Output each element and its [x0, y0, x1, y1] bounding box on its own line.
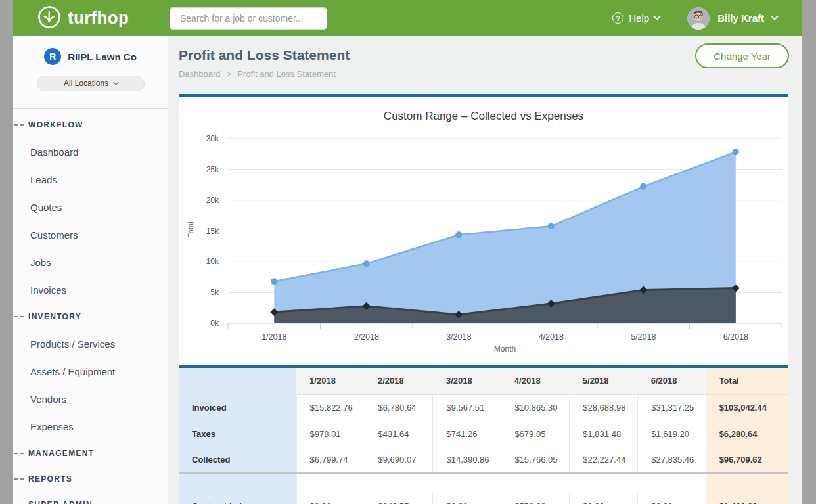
- cell: $558.68: [501, 493, 570, 504]
- sidebar-item-quotes[interactable]: Quotes: [13, 193, 168, 221]
- table-header-row: 1/2018 2/2018 3/2018 4/2018 5/2018 6/201…: [179, 368, 788, 394]
- row-label: Invoiced: [179, 394, 296, 421]
- tree-dashes-icon: [14, 124, 24, 126]
- svg-text:1/2018: 1/2018: [261, 332, 286, 342]
- svg-text:5/2018: 5/2018: [631, 332, 656, 342]
- breadcrumb: Dashboard > Profit and Loss Statement: [179, 69, 336, 79]
- help-menu[interactable]: ? Help: [612, 12, 660, 24]
- collected-vs-expenses-chart: 30k25k20k15k10k5k0k1/20182/20183/20184/2…: [179, 97, 788, 365]
- cell: $14,390.86: [433, 447, 501, 473]
- svg-text:15k: 15k: [206, 227, 219, 236]
- pl-table: 1/2018 2/2018 3/2018 4/2018 5/2018 6/201…: [179, 368, 788, 504]
- table-row-collected: Collected $6,799.74 $9,690.07 $14,390.86…: [179, 447, 788, 473]
- sidebar-item-customers[interactable]: Customers: [13, 221, 168, 248]
- sidebar-item-products-services[interactable]: Products / Services: [13, 330, 168, 357]
- table-row-invoiced: Invoiced $15,822.76 $6,780.64 $9,567.51 …: [179, 394, 788, 421]
- cell: $27,835.46: [638, 447, 706, 473]
- row-total: $96,709.62: [706, 447, 788, 473]
- table-header-month: 6/2018: [638, 368, 706, 394]
- cell: $0.00: [570, 493, 638, 504]
- turfhop-logo-icon: [37, 5, 61, 32]
- pl-table-card: 1/2018 2/2018 3/2018 4/2018 5/2018 6/201…: [179, 365, 788, 504]
- sidebar-item-vendors[interactable]: Vendors: [13, 385, 168, 413]
- svg-text:6/2018: 6/2018: [723, 332, 748, 342]
- cell: $0.00: [433, 493, 501, 504]
- breadcrumb-current: Profit and Loss Statement: [237, 69, 336, 79]
- tree-dashes-icon: [14, 478, 24, 480]
- cell: $842.55: [365, 493, 433, 504]
- cell: $0.00: [638, 493, 706, 504]
- cell: $1,831.48: [570, 421, 638, 447]
- help-label: Help: [629, 12, 649, 24]
- cell: $6,780.64: [365, 394, 433, 421]
- brand-name: turfhop: [68, 8, 129, 28]
- svg-text:2/2018: 2/2018: [354, 332, 379, 342]
- svg-text:4/2018: 4/2018: [539, 332, 564, 342]
- sidebar-section-management[interactable]: MANAGEMENT: [13, 440, 168, 466]
- row-total: $103,042.44: [706, 394, 788, 421]
- sidebar-section-super-admin[interactable]: SUPER ADMIN: [13, 492, 168, 504]
- sidebar-item-expenses[interactable]: Expenses: [13, 413, 168, 440]
- sidebar-section-inventory[interactable]: INVENTORY: [13, 304, 168, 330]
- sidebar-item-invoices[interactable]: Invoices: [13, 276, 168, 304]
- location-selector-label: All Locations: [64, 79, 108, 88]
- row-total: $1,401.23: [706, 493, 788, 504]
- spacer-cell: [296, 473, 706, 493]
- breadcrumb-separator: >: [227, 69, 232, 79]
- chevron-down-icon: [653, 12, 660, 20]
- turfhop-logo[interactable]: turfhop: [37, 0, 129, 36]
- chevron-down-icon: [771, 12, 778, 20]
- cell: $431.64: [365, 421, 433, 447]
- table-row-taxes: Taxes $978.01 $431.64 $741.26 $679.05 $1…: [179, 421, 788, 447]
- cell: $31,317.25: [638, 394, 706, 421]
- table-header-month: 2/2018: [365, 368, 433, 394]
- cell: $9,690.07: [365, 447, 433, 473]
- cell: $741.26: [433, 421, 501, 447]
- sidebar-item-assets-equipment[interactable]: Assets / Equipment: [13, 357, 168, 385]
- table-header-empty: [179, 368, 296, 394]
- cell: $0.00: [296, 493, 365, 504]
- cell: $22,227.44: [570, 447, 638, 473]
- user-name: Billy Kraft: [717, 12, 764, 24]
- search-input[interactable]: [170, 7, 327, 30]
- cell: $10,865.30: [501, 394, 570, 421]
- cell: $978.01: [296, 421, 365, 447]
- change-year-button[interactable]: Change Year: [695, 43, 789, 68]
- sidebar-section-workflow[interactable]: WORKFLOW: [13, 112, 168, 138]
- help-icon: ?: [612, 12, 623, 24]
- cell: $15,766.05: [501, 447, 570, 473]
- cell: $15,822.76: [296, 394, 365, 421]
- sidebar-menu: WORKFLOW Dashboard Leads Quotes Customer…: [13, 109, 168, 504]
- location-selector[interactable]: All Locations: [37, 76, 145, 91]
- tree-dashes-icon: [14, 453, 24, 454]
- table-header-month: 1/2018: [296, 368, 365, 394]
- table-header-total: Total: [706, 368, 788, 394]
- tree-dashes-icon: [14, 316, 24, 317]
- sidebar-section-reports[interactable]: REPORTS: [13, 466, 168, 492]
- sidebar-item-leads[interactable]: Leads: [13, 166, 168, 193]
- breadcrumb-dashboard[interactable]: Dashboard: [179, 69, 221, 79]
- sidebar: R RIIPL Lawn Co All Locations WORKFLOW D…: [13, 36, 168, 504]
- app-window: turfhop ? Help: [13, 0, 802, 504]
- table-header-month: 3/2018: [433, 368, 501, 394]
- cell: $679.05: [501, 421, 570, 447]
- sidebar-item-dashboard[interactable]: Dashboard: [13, 138, 168, 166]
- top-navbar: turfhop ? Help: [13, 0, 802, 36]
- topbar-right: ? Help: [612, 0, 777, 36]
- table-spacer-row: [179, 473, 788, 493]
- svg-text:30k: 30k: [206, 134, 219, 143]
- svg-text:25k: 25k: [206, 165, 219, 174]
- svg-text:0k: 0k: [210, 319, 219, 328]
- chevron-down-icon: [113, 80, 118, 85]
- company-row: R RIIPL Lawn Co: [13, 36, 168, 65]
- page-title: Profit and Loss Statement: [179, 47, 350, 63]
- user-menu[interactable]: Billy Kraft: [687, 7, 777, 30]
- svg-text:5k: 5k: [210, 288, 219, 297]
- svg-text:10k: 10k: [206, 257, 219, 266]
- table-row-contract-labor: Contract Labor $0.00 $842.55 $0.00 $558.…: [179, 493, 788, 504]
- company-name: RIIPL Lawn Co: [68, 51, 137, 62]
- svg-text:3/2018: 3/2018: [446, 332, 471, 342]
- svg-text:20k: 20k: [206, 196, 219, 205]
- sidebar-item-jobs[interactable]: Jobs: [13, 248, 168, 276]
- cell: $28,688.98: [570, 394, 638, 421]
